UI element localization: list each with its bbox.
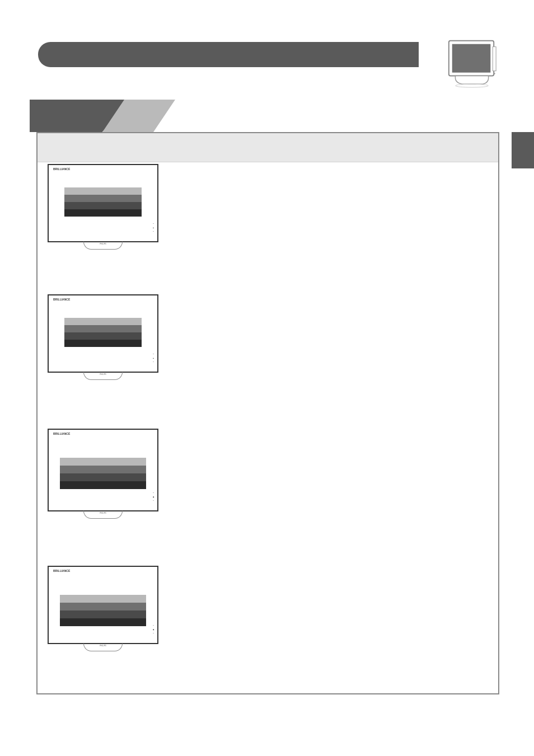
tv-side-buttons: • ▲ • (152, 223, 154, 233)
tv-diagram-1: BRILLIANCE • ▲ • PHILIPS (48, 164, 158, 250)
tv-diagram-4: BRILLIANCE • ◆ • PHILIPS (48, 566, 158, 651)
tv-stand: PHILIPS (83, 372, 123, 380)
tv-brand-label: BRILLIANCE (53, 167, 70, 171)
content-header (38, 133, 498, 162)
bar-mid (64, 325, 142, 332)
tv-btn-dot: • (152, 492, 154, 494)
tv-side-buttons: • ◆ • (152, 492, 154, 502)
content-panel: BRILLIANCE • ▲ • PHILIPS BRILLIANCE (36, 132, 499, 694)
bar-darkest (64, 209, 142, 217)
monitor-illustration-icon (444, 38, 499, 88)
tv-side-buttons: • ◆ • (152, 624, 154, 635)
color-bars (64, 187, 142, 217)
tv-btn-up: ▲ (152, 227, 154, 229)
bar-light (64, 187, 142, 195)
tv-side-buttons: • ▲ • (152, 353, 154, 363)
tv-btn-dot: • (152, 223, 154, 225)
svg-rect-1 (452, 44, 491, 73)
bar-darkest (60, 618, 146, 626)
bar-dark (60, 473, 146, 481)
tv-btn-diamond: ◆ (152, 496, 154, 498)
tv-brand-label: BRILLIANCE (53, 432, 70, 435)
sub-header-tab (30, 100, 175, 132)
tv-stand: PHILIPS (83, 644, 123, 651)
bar-mid (64, 195, 142, 202)
bar-darkest (64, 340, 142, 347)
tv-stand-label: PHILIPS (84, 511, 122, 514)
bar-dark (60, 611, 146, 618)
bar-light (60, 458, 146, 466)
bar-mid (60, 466, 146, 473)
bar-darkest (60, 481, 146, 489)
tv-stand-label: PHILIPS (84, 242, 122, 245)
bar-light (60, 595, 146, 603)
tv-frame: BRILLIANCE • ▲ • (48, 294, 158, 373)
tv-brand-label: BRILLIANCE (53, 298, 70, 301)
tv-btn-dot: • (152, 500, 154, 502)
tv-brand-label: BRILLIANCE (53, 569, 70, 572)
svg-point-4 (456, 84, 489, 87)
tv-stand-label: PHILIPS (84, 372, 122, 375)
tv-btn-dot: • (152, 624, 154, 627)
tv-btn-dot: • (152, 361, 154, 363)
tv-btn-dot: • (152, 632, 154, 635)
tv-stand-label: PHILIPS (84, 644, 122, 647)
bar-mid (60, 603, 146, 611)
tv-diagram-2: BRILLIANCE • ▲ • PHILIPS (48, 294, 158, 380)
tv-stand: PHILIPS (83, 242, 123, 250)
tv-btn-up: ▲ (152, 357, 154, 359)
tv-btn-diamond: ◆ (152, 628, 154, 631)
tv-frame: BRILLIANCE • ◆ • (48, 566, 158, 644)
bar-dark (64, 202, 142, 209)
header-bar (38, 42, 419, 67)
color-bars (64, 318, 142, 347)
color-bars (60, 595, 146, 626)
side-page-tab (512, 132, 534, 168)
tv-stand: PHILIPS (83, 511, 123, 519)
svg-rect-2 (493, 47, 496, 71)
color-bars (60, 458, 146, 489)
svg-point-3 (494, 73, 495, 74)
bar-light (64, 318, 142, 325)
bar-dark (64, 332, 142, 340)
tv-diagram-3: BRILLIANCE • ◆ • PHILIPS (48, 429, 158, 519)
tv-btn-dot: • (152, 353, 154, 355)
tv-frame: BRILLIANCE • ▲ • (48, 164, 158, 242)
tv-frame: BRILLIANCE • ◆ • (48, 429, 158, 511)
tv-btn-dot: • (152, 231, 154, 233)
